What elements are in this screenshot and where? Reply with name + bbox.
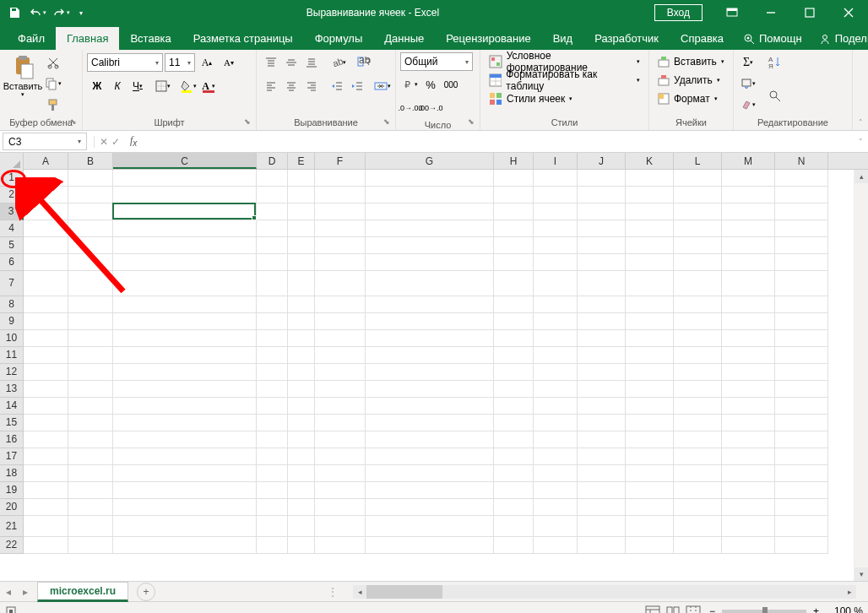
cell[interactable] [315, 448, 366, 465]
percent-icon[interactable]: % [421, 75, 440, 94]
cell[interactable] [578, 313, 626, 330]
cell[interactable] [722, 203, 775, 220]
row-header[interactable]: 17 [0, 448, 24, 465]
cell[interactable] [775, 415, 828, 431]
cell[interactable] [626, 364, 674, 381]
cell[interactable] [68, 448, 113, 465]
cell[interactable] [578, 482, 626, 499]
cell[interactable] [534, 364, 578, 381]
cell[interactable] [315, 203, 366, 220]
cell[interactable] [113, 537, 257, 554]
row-header[interactable]: 5 [0, 237, 24, 254]
cell[interactable] [288, 170, 315, 187]
copy-icon[interactable]: ▾ [44, 74, 62, 93]
cell[interactable] [257, 398, 288, 415]
cell[interactable] [315, 330, 366, 347]
cell[interactable] [257, 203, 288, 220]
cell[interactable] [494, 296, 534, 313]
cell[interactable] [578, 398, 626, 415]
cell[interactable] [626, 516, 674, 537]
cell[interactable] [674, 482, 722, 499]
cell[interactable] [113, 187, 257, 203]
cell[interactable] [534, 254, 578, 271]
cell[interactable] [722, 347, 775, 364]
cell[interactable] [366, 271, 494, 296]
cell[interactable] [366, 364, 494, 381]
row-header[interactable]: 13 [0, 381, 24, 398]
cell[interactable] [288, 398, 315, 415]
cell[interactable] [775, 170, 828, 187]
cell[interactable] [288, 448, 315, 465]
delete-cells-button[interactable]: Удалить▾ [654, 71, 724, 90]
cell[interactable] [494, 271, 534, 296]
cell[interactable] [722, 537, 775, 554]
cell[interactable] [315, 381, 366, 398]
align-left-icon[interactable] [262, 77, 280, 95]
cell[interactable] [113, 220, 257, 237]
cell[interactable] [722, 482, 775, 499]
cell[interactable] [626, 203, 674, 220]
cell[interactable] [366, 170, 494, 187]
cell[interactable] [674, 271, 722, 296]
cell[interactable] [674, 296, 722, 313]
cell[interactable] [534, 347, 578, 364]
cell[interactable] [494, 237, 534, 254]
cell[interactable] [366, 448, 494, 465]
tab-разработчик[interactable]: Разработчик [583, 27, 670, 50]
cell[interactable] [24, 347, 68, 364]
cell[interactable] [674, 203, 722, 220]
cell[interactable] [288, 313, 315, 330]
cell[interactable] [257, 296, 288, 313]
view-normal-icon[interactable] [645, 605, 660, 614]
cell[interactable] [24, 254, 68, 271]
cell[interactable] [494, 170, 534, 187]
cell[interactable] [494, 537, 534, 554]
cell[interactable] [626, 296, 674, 313]
select-all-button[interactable] [0, 153, 24, 170]
cell[interactable] [315, 271, 366, 296]
cell[interactable] [315, 220, 366, 237]
row-header[interactable]: 20 [0, 499, 24, 516]
cell[interactable] [626, 448, 674, 465]
cell[interactable] [578, 254, 626, 271]
font-size-select[interactable]: 11▾ [165, 53, 195, 72]
autosum-icon[interactable]: Σ▾ [739, 53, 757, 72]
cell[interactable] [578, 296, 626, 313]
cell[interactable] [578, 347, 626, 364]
cell[interactable] [626, 254, 674, 271]
cell[interactable] [494, 415, 534, 431]
cell[interactable] [24, 237, 68, 254]
cell[interactable] [24, 187, 68, 203]
cell[interactable] [674, 516, 722, 537]
cell[interactable] [534, 499, 578, 516]
cancel-formula-icon[interactable]: ✕ [100, 136, 108, 148]
save-icon[interactable] [3, 1, 25, 24]
cell[interactable] [257, 415, 288, 431]
cell[interactable] [722, 381, 775, 398]
cell[interactable] [534, 313, 578, 330]
cell[interactable] [494, 482, 534, 499]
cell[interactable] [674, 254, 722, 271]
wrap-text-icon[interactable]: ab [355, 53, 373, 72]
cell[interactable] [257, 330, 288, 347]
align-right-icon[interactable] [302, 77, 321, 95]
column-header[interactable]: I [534, 153, 578, 169]
cell[interactable] [534, 448, 578, 465]
redo-icon[interactable]: ▾ [51, 1, 73, 24]
cell[interactable] [24, 170, 68, 187]
collapse-ribbon-icon[interactable]: ˄ [853, 50, 868, 130]
merge-icon[interactable]: ▾ [373, 77, 392, 95]
cell[interactable] [288, 203, 315, 220]
cell[interactable] [494, 516, 534, 537]
cell[interactable] [534, 415, 578, 431]
tab-формулы[interactable]: Формулы [304, 27, 374, 50]
cell[interactable] [722, 448, 775, 465]
cell[interactable] [674, 313, 722, 330]
tab-разметка страницы[interactable]: Разметка страницы [182, 27, 304, 50]
row-header[interactable]: 2 [0, 187, 24, 203]
cell[interactable] [257, 220, 288, 237]
cell[interactable] [674, 448, 722, 465]
row-header[interactable]: 22 [0, 537, 24, 554]
cell[interactable] [626, 170, 674, 187]
cell[interactable] [722, 220, 775, 237]
